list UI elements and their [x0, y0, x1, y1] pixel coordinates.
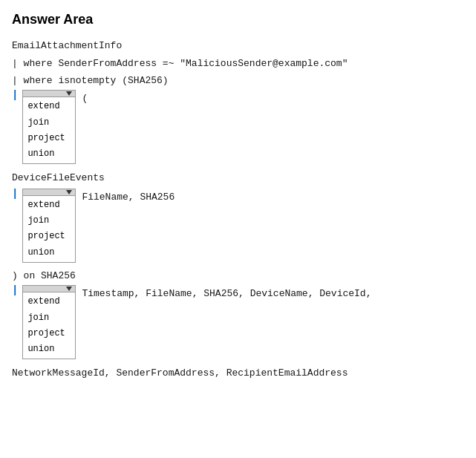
line-dropdown2: | extend join project union FileName, SH… [12, 189, 464, 263]
line-dropdown3: | extend join project union Timestamp, F… [12, 285, 464, 359]
line-where-isnotempty: | where isnotempty (SHA256) [12, 73, 464, 89]
pipe-2: | [12, 189, 18, 199]
dropdown-3-option-extend[interactable]: extend [26, 294, 72, 310]
dropdown-1-header[interactable] [23, 91, 75, 97]
dropdown-1-option-join[interactable]: join [26, 115, 72, 131]
dropdown-1[interactable]: extend join project union [22, 90, 76, 164]
line-dropdown1: | extend join project union ( [12, 90, 464, 164]
dropdown-2-arrow [66, 190, 72, 194]
line-email-attachment: EmailAttachmentInfo [12, 38, 464, 55]
after-dropdown-2: FileName, SHA256 [82, 189, 175, 206]
line-device-file-events: DeviceFileEvents [12, 170, 464, 187]
dropdown-2-option-extend[interactable]: extend [26, 197, 72, 213]
code-block: EmailAttachmentInfo | where SenderFromAd… [12, 38, 464, 382]
code-where-sender: | where SenderFromAddress =~ "MaliciousS… [12, 56, 348, 72]
dropdown-3-option-project[interactable]: project [26, 326, 72, 341]
after-dropdown-3: Timestamp, FileName, SHA256, DeviceName,… [82, 285, 371, 302]
dropdown-3-option-join[interactable]: join [26, 310, 72, 326]
dropdown-2-option-project[interactable]: project [26, 229, 72, 244]
dropdown-2-option-join[interactable]: join [26, 213, 72, 229]
dropdown-2-options: extend join project union [23, 196, 75, 262]
dropdown-1-option-union[interactable]: union [26, 146, 72, 162]
dropdown-3-arrow [66, 287, 72, 291]
dropdown-3-header[interactable] [23, 286, 75, 292]
pipe-1: | [12, 90, 18, 100]
pipe-3: | [12, 285, 18, 295]
dropdown-2[interactable]: extend join project union [22, 189, 76, 263]
dropdown-1-options: extend join project union [23, 97, 75, 163]
dropdown-3-options: extend join project union [23, 292, 75, 359]
dropdown-2-option-union[interactable]: union [26, 245, 72, 261]
after-dropdown-1: ( [82, 90, 88, 107]
dropdown-2-header[interactable] [23, 189, 75, 196]
line-where-sender: | where SenderFromAddress =~ "MaliciousS… [12, 56, 464, 72]
dropdown-1-option-project[interactable]: project [26, 131, 72, 146]
code-on-sha256: ) on SHA256 [12, 269, 76, 284]
line-network-message: NetworkMessageId, SenderFromAddress, Rec… [12, 365, 464, 382]
page-title: Answer Area [12, 12, 464, 27]
dropdown-1-option-extend[interactable]: extend [26, 99, 72, 114]
dropdown-3[interactable]: extend join project union [22, 285, 76, 359]
dropdown-1-arrow [66, 91, 72, 96]
dropdown-3-option-union[interactable]: union [26, 341, 72, 357]
line-on-sha256: ) on SHA256 [12, 269, 464, 284]
code-where-isnotempty: | where isnotempty (SHA256) [12, 73, 169, 89]
